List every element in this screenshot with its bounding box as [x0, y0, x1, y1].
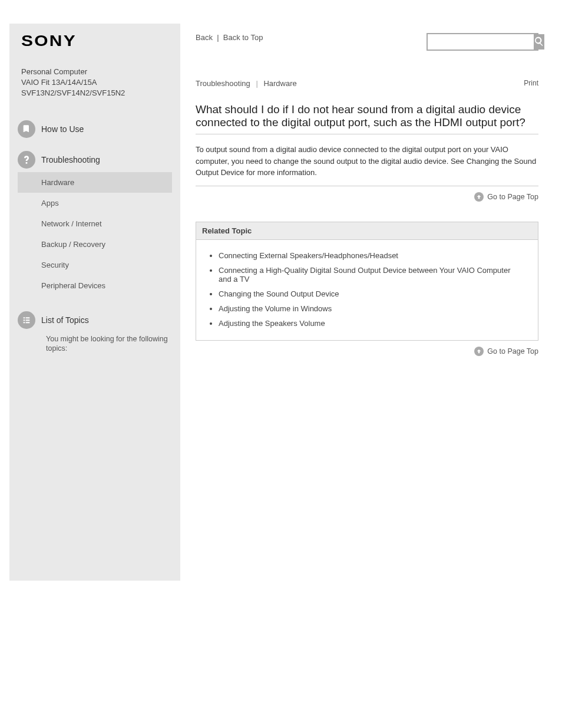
search-box [427, 33, 538, 51]
related-link[interactable]: Connecting External Speakers/Headphones/… [219, 248, 524, 263]
sidebar-subitem-apps[interactable]: Apps [18, 193, 172, 213]
sidebar-subitem-peripheral[interactable]: Peripheral Devices [18, 275, 172, 296]
related-topic-box: Related Topic Connecting External Speake… [196, 222, 538, 341]
book-icon [18, 120, 35, 138]
troubleshooting-label: Troubleshooting [41, 155, 100, 164]
related-link[interactable]: Adjusting the Volume in Windows [219, 301, 524, 316]
arrow-up-icon [474, 347, 484, 356]
topics-label: List of Topics [41, 315, 89, 325]
search-input[interactable] [428, 34, 534, 50]
back-to-top-link[interactable]: Back to Top [223, 33, 263, 42]
sidebar: SONY Personal Computer VAIO Fit 13A/14A/… [9, 24, 180, 581]
print-link[interactable]: Print [524, 79, 538, 87]
sidebar-subitem-network[interactable]: Network / Internet [18, 213, 172, 234]
search-button[interactable] [534, 34, 544, 50]
go-to-top-link-1[interactable]: Go to Page Top [196, 186, 538, 202]
search-icon [534, 36, 544, 48]
product-title: Personal Computer VAIO Fit 13A/14A/15A S… [21, 67, 172, 99]
sidebar-subitem-backup[interactable]: Backup / Recovery [18, 234, 172, 255]
breadcrumb-a[interactable]: Troubleshooting [196, 79, 250, 88]
sidebar-subitem-security[interactable]: Security [18, 255, 172, 275]
sidebar-item-troubleshooting[interactable]: Troubleshooting [18, 151, 172, 169]
sidebar-item-topics[interactable]: List of Topics [18, 311, 172, 329]
main-content: Back | Back to Top Print Troubleshooting [180, 24, 538, 581]
go-to-top-label: Go to Page Top [487, 347, 538, 355]
back-link[interactable]: Back [196, 33, 213, 42]
arrow-up-icon [474, 192, 484, 202]
sidebar-item-how-to-use[interactable]: How to Use [18, 120, 172, 138]
related-topic-heading: Related Topic [196, 222, 538, 240]
sidebar-subitem-hardware[interactable]: Hardware [18, 172, 172, 193]
sidebar-link-looking-for[interactable]: You might be looking for the following t… [22, 331, 172, 357]
product-title-line2: VAIO Fit 13A/14A/15A [21, 78, 97, 87]
list-icon [18, 311, 35, 329]
question-icon [18, 151, 35, 169]
breadcrumb-separator: | [252, 79, 261, 88]
go-to-top-label: Go to Page Top [487, 193, 538, 201]
go-to-top-link-2[interactable]: Go to Page Top [196, 341, 538, 356]
product-model: SVF13N2/SVF14N2/SVF15N2 [21, 88, 125, 97]
breadcrumb-b[interactable]: Hardware [263, 79, 296, 88]
product-title-line1: Personal Computer [21, 67, 87, 76]
related-link[interactable]: Connecting a High-Quality Digital Sound … [219, 263, 524, 286]
how-to-use-label: How to Use [41, 124, 84, 134]
page-title: What should I do if I do not hear sound … [196, 103, 538, 134]
related-link[interactable]: Changing the Sound Output Device [219, 286, 524, 301]
article-body: To output sound from a digital audio dev… [196, 134, 538, 186]
related-link[interactable]: Adjusting the Speakers Volume [219, 316, 524, 331]
brand-logo: SONY [21, 32, 194, 50]
